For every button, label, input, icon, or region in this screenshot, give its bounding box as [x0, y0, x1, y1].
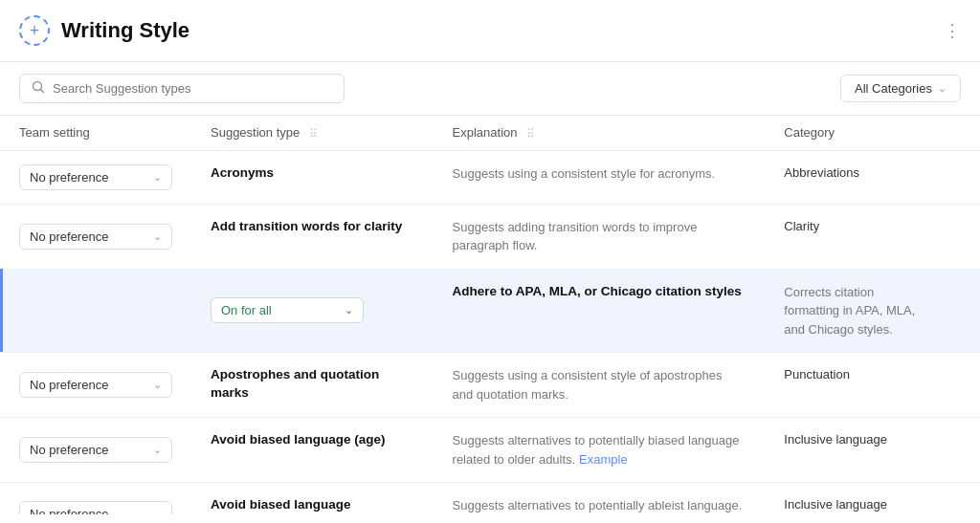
suggestions-table: Team setting Suggestion type ⠿ Explanati… — [0, 116, 980, 514]
team-setting-dropdown[interactable]: No preference⌄ — [19, 224, 172, 250]
suggestion-name: Avoid biased language (disability) — [211, 497, 351, 514]
table-row: No preference⌄Add transition words for c… — [0, 204, 980, 269]
team-setting-dropdown[interactable]: No preference⌄ — [19, 501, 172, 514]
table-row: On for all⌄Adhere to APA, MLA, or Chicag… — [0, 269, 980, 353]
explanation-text: Suggests using a consistent style of apo… — [453, 368, 723, 402]
more-options-icon[interactable]: ⋮ — [944, 20, 961, 41]
search-wrapper — [19, 74, 345, 103]
explanation-text: Corrects citation formatting in APA, MLA… — [784, 285, 915, 337]
chevron-down-icon: ⌄ — [153, 230, 162, 243]
team-setting-value: No preference — [30, 443, 108, 457]
team-setting-value: No preference — [30, 170, 108, 185]
suggestion-name: Acronyms — [211, 165, 274, 180]
team-setting-value: On for all — [221, 303, 272, 317]
explanation-text: Suggests adding transition words to impr… — [453, 220, 698, 253]
suggestion-name: Add transition words for clarity — [211, 219, 402, 233]
suggestion-name: Avoid biased language (age) — [211, 432, 386, 447]
page-title: Writing Style — [61, 18, 189, 43]
col-header-category: Category — [765, 116, 942, 150]
team-setting-dropdown[interactable]: No preference⌄ — [19, 164, 172, 190]
table-row: No preference⌄Avoid biased language (dis… — [0, 483, 980, 514]
chevron-down-icon: ⌄ — [153, 508, 162, 514]
drag-handle-icon: ⠿ — [526, 127, 535, 141]
team-setting-dropdown[interactable]: No preference⌄ — [19, 372, 172, 398]
table-header-row: Team setting Suggestion type ⠿ Explanati… — [0, 116, 980, 150]
search-icon — [32, 80, 45, 97]
categories-label: All Categories — [855, 81, 932, 96]
suggestion-name: Adhere to APA, MLA, or Chicago citation … — [453, 284, 742, 298]
team-setting-value: No preference — [30, 378, 108, 392]
category-text: Abbreviations — [784, 165, 859, 180]
col-header-team-setting: Team setting — [0, 116, 191, 150]
team-setting-dropdown[interactable]: No preference⌄ — [19, 437, 172, 463]
table-row: No preference⌄Apostrophes and quotation … — [0, 353, 980, 418]
chevron-down-icon: ⌄ — [153, 444, 162, 456]
category-text: Inclusive language — [784, 497, 887, 512]
explanation-text: Suggests using a consistent style for ac… — [453, 166, 716, 181]
page-wrapper: + Writing Style ⋮ All Categories ⌄ — [0, 0, 980, 523]
col-header-explanation: Explanation ⠿ — [434, 116, 766, 150]
toolbar: All Categories ⌄ — [0, 62, 980, 116]
suggestion-name: Apostrophes and quotation marks — [211, 367, 379, 400]
chevron-down-icon: ⌄ — [345, 304, 353, 316]
team-setting-value: No preference — [30, 507, 108, 514]
explanation-text: Suggests alternatives to potentially abl… — [453, 498, 743, 512]
table-row: No preference⌄Avoid biased language (age… — [0, 418, 980, 483]
chevron-down-icon: ⌄ — [153, 171, 162, 184]
team-setting-dropdown[interactable]: On for all⌄ — [211, 297, 364, 323]
search-input[interactable] — [53, 81, 332, 96]
drag-handle-icon: ⠿ — [309, 127, 318, 141]
svg-line-1 — [41, 90, 44, 93]
table-row: No preference⌄AcronymsSuggests using a c… — [0, 150, 980, 204]
category-text: Clarity — [784, 219, 819, 233]
col-header-suggestion-type: Suggestion type ⠿ — [191, 116, 434, 150]
header: + Writing Style ⋮ — [0, 0, 980, 62]
team-setting-value: No preference — [30, 229, 108, 244]
chevron-down-icon: ⌄ — [153, 379, 162, 391]
chevron-down-icon: ⌄ — [938, 82, 947, 95]
category-text: Punctuation — [784, 367, 850, 381]
example-link[interactable]: Example — [579, 452, 628, 467]
add-icon[interactable]: + — [19, 15, 50, 46]
categories-dropdown[interactable]: All Categories ⌄ — [840, 75, 961, 102]
category-text: Inclusive language — [784, 432, 887, 447]
table-container: Team setting Suggestion type ⠿ Explanati… — [0, 116, 980, 514]
